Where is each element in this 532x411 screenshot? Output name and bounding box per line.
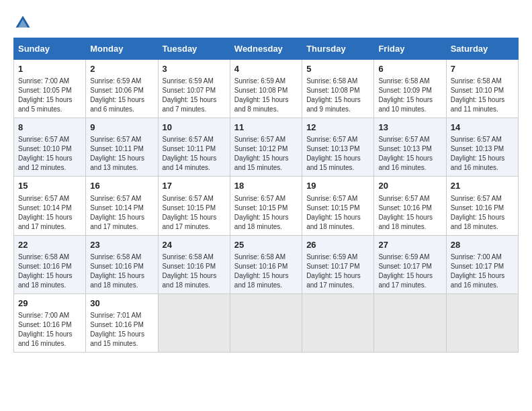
sunset-text: Sunset: 10:05 PM bbox=[18, 87, 72, 94]
daylight-text: Daylight: 15 hours and 18 minutes. bbox=[451, 214, 505, 230]
sunrise-text: Sunrise: 6:57 AM bbox=[90, 136, 141, 143]
calendar-cell bbox=[230, 293, 302, 352]
sunset-text: Sunset: 10:08 PM bbox=[234, 87, 288, 94]
sunrise-text: Sunrise: 6:58 AM bbox=[234, 253, 285, 261]
day-header: Friday bbox=[374, 38, 446, 60]
sunrise-text: Sunrise: 6:58 AM bbox=[90, 253, 141, 261]
sunrise-text: Sunrise: 7:00 AM bbox=[451, 253, 502, 261]
calendar-cell: 9 Sunrise: 6:57 AM Sunset: 10:11 PM Dayl… bbox=[86, 118, 158, 177]
day-number: 5 bbox=[306, 63, 369, 75]
sunrise-text: Sunrise: 6:57 AM bbox=[18, 195, 69, 202]
calendar-cell: 3 Sunrise: 6:59 AM Sunset: 10:07 PM Dayl… bbox=[158, 60, 230, 118]
calendar-week-row: 8 Sunrise: 6:57 AM Sunset: 10:10 PM Dayl… bbox=[14, 118, 519, 177]
sunset-text: Sunset: 10:13 PM bbox=[306, 145, 360, 152]
sunrise-text: Sunrise: 6:57 AM bbox=[90, 195, 141, 202]
sunrise-text: Sunrise: 6:59 AM bbox=[306, 253, 357, 261]
sunset-text: Sunset: 10:15 PM bbox=[306, 204, 360, 212]
sunrise-text: Sunrise: 6:58 AM bbox=[306, 77, 357, 85]
day-number: 15 bbox=[18, 180, 81, 192]
calendar-body: 1 Sunrise: 7:00 AM Sunset: 10:05 PM Dayl… bbox=[14, 60, 519, 353]
sunrise-text: Sunrise: 7:01 AM bbox=[90, 312, 141, 319]
daylight-text: Daylight: 15 hours and 11 minutes. bbox=[451, 96, 505, 113]
sunset-text: Sunset: 10:16 PM bbox=[18, 263, 72, 270]
sunrise-text: Sunrise: 6:57 AM bbox=[378, 136, 429, 143]
day-number: 2 bbox=[90, 63, 153, 75]
daylight-text: Daylight: 15 hours and 16 minutes. bbox=[378, 154, 433, 171]
calendar-cell: 25 Sunrise: 6:58 AM Sunset: 10:16 PM Day… bbox=[230, 235, 302, 293]
calendar-cell: 1 Sunrise: 7:00 AM Sunset: 10:05 PM Dayl… bbox=[14, 60, 86, 118]
daylight-text: Daylight: 15 hours and 17 minutes. bbox=[306, 272, 361, 289]
calendar-cell: 24 Sunrise: 6:58 AM Sunset: 10:16 PM Day… bbox=[158, 235, 230, 293]
daylight-text: Daylight: 15 hours and 15 minutes. bbox=[234, 154, 289, 171]
day-number: 16 bbox=[90, 180, 153, 192]
daylight-text: Daylight: 15 hours and 17 minutes. bbox=[90, 214, 144, 230]
sunset-text: Sunset: 10:17 PM bbox=[451, 263, 504, 270]
day-number: 19 bbox=[306, 180, 369, 192]
calendar-cell: 4 Sunrise: 6:59 AM Sunset: 10:08 PM Dayl… bbox=[230, 60, 302, 118]
day-number: 11 bbox=[234, 122, 298, 134]
sunset-text: Sunset: 10:11 PM bbox=[90, 145, 144, 152]
calendar-cell: 12 Sunrise: 6:57 AM Sunset: 10:13 PM Day… bbox=[302, 118, 374, 177]
daylight-text: Daylight: 15 hours and 7 minutes. bbox=[163, 96, 217, 113]
daylight-text: Daylight: 15 hours and 12 minutes. bbox=[18, 154, 73, 171]
day-header: Wednesday bbox=[230, 38, 302, 60]
sunset-text: Sunset: 10:13 PM bbox=[378, 145, 432, 152]
sunset-text: Sunset: 10:09 PM bbox=[378, 87, 432, 94]
calendar-cell bbox=[446, 293, 518, 352]
sunrise-text: Sunrise: 6:59 AM bbox=[163, 77, 214, 85]
daylight-text: Daylight: 15 hours and 18 minutes. bbox=[378, 214, 433, 230]
calendar-cell: 19 Sunrise: 6:57 AM Sunset: 10:15 PM Day… bbox=[302, 177, 374, 235]
sunset-text: Sunset: 10:14 PM bbox=[90, 204, 144, 212]
sunrise-text: Sunrise: 6:57 AM bbox=[18, 136, 69, 143]
day-number: 23 bbox=[90, 239, 153, 251]
sunset-text: Sunset: 10:16 PM bbox=[18, 321, 72, 328]
calendar-week-row: 1 Sunrise: 7:00 AM Sunset: 10:05 PM Dayl… bbox=[14, 60, 519, 118]
calendar-cell bbox=[374, 293, 446, 352]
day-header: Saturday bbox=[446, 38, 518, 60]
calendar-cell: 26 Sunrise: 6:59 AM Sunset: 10:17 PM Day… bbox=[302, 235, 374, 293]
sunset-text: Sunset: 10:16 PM bbox=[451, 204, 504, 212]
calendar-cell: 18 Sunrise: 6:57 AM Sunset: 10:15 PM Day… bbox=[230, 177, 302, 235]
day-number: 13 bbox=[378, 122, 441, 134]
sunrise-text: Sunrise: 6:57 AM bbox=[306, 195, 357, 202]
day-number: 20 bbox=[378, 180, 441, 192]
day-number: 9 bbox=[90, 122, 153, 134]
sunrise-text: Sunrise: 6:58 AM bbox=[378, 77, 429, 85]
calendar-cell: 7 Sunrise: 6:58 AM Sunset: 10:10 PM Dayl… bbox=[446, 60, 518, 118]
calendar-cell: 11 Sunrise: 6:57 AM Sunset: 10:12 PM Day… bbox=[230, 118, 302, 177]
sunrise-text: Sunrise: 6:57 AM bbox=[378, 195, 429, 202]
daylight-text: Daylight: 15 hours and 16 minutes. bbox=[18, 330, 73, 347]
sunrise-text: Sunrise: 6:58 AM bbox=[18, 253, 69, 261]
day-number: 7 bbox=[451, 63, 514, 75]
sunrise-text: Sunrise: 6:59 AM bbox=[234, 77, 285, 85]
sunrise-text: Sunrise: 6:57 AM bbox=[163, 136, 214, 143]
day-number: 17 bbox=[163, 180, 226, 192]
sunrise-text: Sunrise: 6:57 AM bbox=[451, 136, 502, 143]
header bbox=[13, 13, 519, 32]
daylight-text: Daylight: 15 hours and 18 minutes. bbox=[234, 272, 289, 289]
calendar-week-row: 29 Sunrise: 7:00 AM Sunset: 10:16 PM Day… bbox=[14, 293, 519, 352]
daylight-text: Daylight: 15 hours and 15 minutes. bbox=[306, 154, 361, 171]
day-number: 28 bbox=[451, 239, 514, 251]
sunrise-text: Sunrise: 6:57 AM bbox=[451, 195, 502, 202]
day-header: Monday bbox=[86, 38, 158, 60]
sunrise-text: Sunrise: 6:57 AM bbox=[163, 195, 214, 202]
day-number: 22 bbox=[18, 239, 81, 251]
sunset-text: Sunset: 10:07 PM bbox=[163, 87, 216, 94]
daylight-text: Daylight: 15 hours and 18 minutes. bbox=[90, 272, 144, 289]
sunset-text: Sunset: 10:16 PM bbox=[234, 263, 288, 270]
calendar-cell: 10 Sunrise: 6:57 AM Sunset: 10:11 PM Day… bbox=[158, 118, 230, 177]
daylight-text: Daylight: 15 hours and 16 minutes. bbox=[451, 272, 505, 289]
calendar-cell: 22 Sunrise: 6:58 AM Sunset: 10:16 PM Day… bbox=[14, 235, 86, 293]
calendar-cell: 27 Sunrise: 6:59 AM Sunset: 10:17 PM Day… bbox=[374, 235, 446, 293]
calendar-cell: 21 Sunrise: 6:57 AM Sunset: 10:16 PM Day… bbox=[446, 177, 518, 235]
day-number: 12 bbox=[306, 122, 369, 134]
day-number: 21 bbox=[451, 180, 514, 192]
day-number: 1 bbox=[18, 63, 81, 75]
sunrise-text: Sunrise: 7:00 AM bbox=[18, 77, 69, 85]
calendar-cell: 5 Sunrise: 6:58 AM Sunset: 10:08 PM Dayl… bbox=[302, 60, 374, 118]
daylight-text: Daylight: 15 hours and 17 minutes. bbox=[18, 214, 73, 230]
day-number: 26 bbox=[306, 239, 369, 251]
daylight-text: Daylight: 15 hours and 8 minutes. bbox=[234, 96, 289, 113]
daylight-text: Daylight: 15 hours and 5 minutes. bbox=[18, 96, 73, 113]
